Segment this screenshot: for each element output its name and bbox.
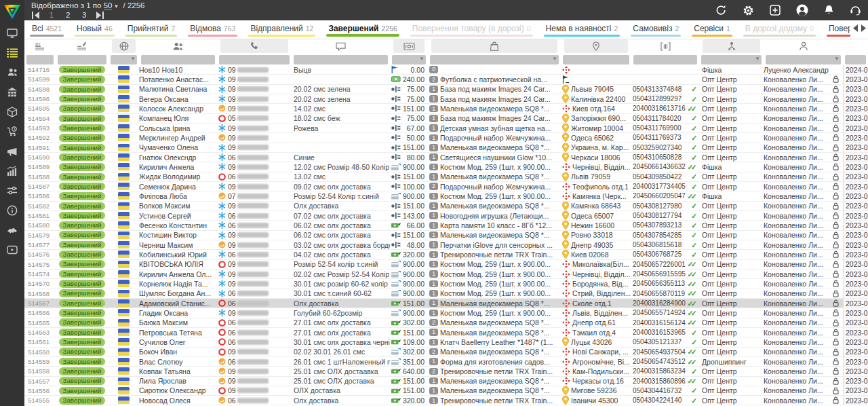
sidebar-item-purchases[interactable] [0,122,24,141]
bell-icon[interactable] [824,5,834,16]
column-header-mn[interactable] [390,39,428,54]
tab-povernennia-zavershenyi[interactable]: Повернення (завершений) 125 [821,20,850,39]
table-row[interactable]: 514563 Завершений Петровська Тетяна 06 2… [24,328,868,337]
table-row[interactable]: 514575 Завершений КВІТОВСЬКА ЮЛІЯ 09 Роз… [24,260,868,270]
table-row[interactable]: 514586 Завершений Філіпова Люба 07 Розмі… [24,191,868,201]
table-row[interactable]: 514598 Завершений Малютина Светлана 09 2… [24,85,868,94]
filter-input-ph[interactable] [219,55,290,64]
table-row[interactable]: 514556 Завершений Сиротюк Олександр 09 О… [24,386,868,396]
table-row[interactable]: 514576 Завершений Кобилинський Юрий 06 0… [24,250,868,259]
filter-input-tt[interactable] [633,55,697,64]
add-icon[interactable] [770,5,781,16]
last-page-icon[interactable] [96,12,104,19]
refresh-icon[interactable] [715,5,727,16]
table-row[interactable]: 514559 Завершений Влас Слотюу 06 26.01 с… [24,357,868,367]
table-row[interactable]: 514568 Завершений Шумляс Богдана Ан... 0… [24,289,868,299]
table-row[interactable]: 514560 Завершений Бокоч Иван 09 02.02 30… [24,348,868,357]
column-header-mg[interactable] [764,39,843,54]
table-row[interactable]: 514557 Завершений Лила Ярослав 09 25.01 … [24,377,868,386]
table-row[interactable]: 514566 Завершений Гладик Оксана 09 Голуб… [24,308,868,318]
table-row[interactable]: 514595 Завершений Колосок Александр 09 1… [24,104,868,113]
sidebar-item-products[interactable] [0,102,24,122]
column-header-sc[interactable] [699,39,764,54]
sidebar-item-marketing[interactable] [0,141,24,161]
table-row[interactable]: 514589 Завершений Кирилич Анжела 09 12.0… [24,162,868,172]
first-page-icon[interactable] [31,12,40,19]
table-row[interactable]: 514590 Завершений Гнатюк Олексндр 06 Син… [24,153,868,162]
column-header-st[interactable] [56,39,108,54]
table-row[interactable]: 514716 Завершений Нов10 Нов10 09 Выцв 0.… [24,65,868,75]
column-header-fl[interactable] [108,39,139,54]
filter-input-fl[interactable]: ▼ [111,55,137,64]
table-row[interactable]: 514570 Завершений Корнелюк Надія Та... 0… [24,279,868,289]
sidebar-item-clients[interactable] [0,62,24,82]
table-row[interactable]: 514567 Завершений Адамовский Станис... 0… [24,299,868,308]
per-page-select[interactable]: 50 [104,1,113,10]
page-number-2[interactable]: 2 [63,11,73,19]
column-header-id[interactable]: ID [24,39,56,54]
table-row[interactable]: 514587 Завершений Семенюк Дарина 09 09.0… [24,182,868,191]
filter-input-pr[interactable]: ▼ [430,55,559,64]
tab-vsi[interactable]: Всі 4521 [24,20,69,39]
column-header-dt[interactable] [843,39,868,54]
tab-zavershenyi[interactable]: Завершений 2256 [321,20,404,39]
column-header-nm[interactable] [139,39,217,54]
column-header-pr[interactable] [428,39,561,54]
filter-input-st[interactable] [58,55,106,64]
avatar-icon[interactable] [796,4,808,16]
tab-povernennia-tovaru-v-dorozi[interactable]: Повернення товару (в дорозі) 0 [405,20,538,39]
sidebar-item-settings[interactable] [0,181,24,200]
column-header-lc[interactable] [561,39,631,54]
table-row[interactable]: 514581 Завершений Устинов Сергей 06 07.0… [24,211,868,221]
table-row[interactable]: 514555 Завершений Новосад Олеся 06 Олх д… [24,396,868,405]
table-row[interactable]: 514588 Завершений Жидак Володимир 06 13.… [24,172,868,182]
tab-v-dorozi-dodomu[interactable]: В дорозі додому 0 [738,20,821,39]
tab-vidmova[interactable]: Відмова 763 [182,20,243,39]
table-row[interactable]: 514580 Завершений Фесенко Константин 06 … [24,221,868,230]
tab-novyi[interactable]: Новый 46 [69,20,120,39]
table-row[interactable]: 514582 Завершений Волков Максим 09 Олх д… [24,202,868,211]
column-header-tt[interactable] [631,39,699,54]
tab-scroll-right-icon[interactable] [861,24,867,32]
table-row[interactable]: 514591 Завершений Чумаченко Олена 09 151… [24,143,868,153]
table-row[interactable]: 514565 Завершений Баюка Максим 06 27.01 … [24,318,868,328]
table-row[interactable]: 514574 Завершений Кирилич Анжела Ол... 0… [24,270,868,279]
filter-input-cm[interactable] [294,55,388,64]
sidebar-item-company[interactable] [0,82,24,102]
table-row[interactable]: 514579 Завершений Костишин Виктор 09 06.… [24,231,868,240]
page-number-3[interactable]: 3 [79,11,89,19]
support-icon[interactable] [850,5,861,16]
sidebar-item-partners[interactable] [0,220,24,240]
tab-vidpravlenyi[interactable]: Відправлений 12 [243,20,321,39]
table-row[interactable]: 514593 Завершений Сольська Ірина 09 Роже… [24,124,868,133]
filter-input-sc[interactable]: ▼ [701,55,762,64]
tab-scroll-left-icon[interactable] [852,24,859,32]
column-header-cm[interactable] [292,39,390,54]
gear-icon[interactable] [743,5,754,16]
table-row[interactable]: 514594 Завершений Компанец Юля 05 18.02 … [24,114,868,124]
filter-input-dt[interactable] [845,55,866,64]
page-number-1[interactable]: 1 [47,11,56,19]
filter-input-mg[interactable]: ▼ [766,55,841,64]
tab-pryiniatyi[interactable]: Прийнятий 7 [120,20,183,39]
table-row[interactable]: 514558 Завершений Ковпак Татьяна 09 25.0… [24,367,868,376]
table-row[interactable]: 514592 Завершений Мерклингер Андрей 09 5… [24,133,868,143]
sidebar-item-tutorials[interactable] [0,240,24,259]
filter-input-mn[interactable]: ▼ [392,55,426,64]
delivery-city: Львів 79059 [571,172,610,181]
tab-samovyviz[interactable]: Самовивіз 2 [625,20,686,39]
sidebar-item-orders[interactable] [0,43,24,62]
filter-input-id[interactable] [26,55,54,64]
sidebar-item-info[interactable] [0,200,24,220]
tab-nema-v-naiavnosti[interactable]: Нема в наявності 2 [538,20,626,39]
table-row[interactable]: 514577 Завершений Черниш Максим 09 03.02… [24,240,868,250]
table-row[interactable]: 514561 Завершений Сучилов Олег 06 30.01 … [24,337,868,347]
table-row[interactable]: 514596 Завершений Вегера Оксана 09 20.02… [24,94,868,104]
filter-input-lc[interactable] [563,55,629,64]
table-row[interactable]: 514599 Завершений Потапенко Анастас... 0… [24,75,868,84]
filter-input-nm[interactable] [141,55,215,64]
sidebar-item-dashboard[interactable] [0,23,24,43]
tab-servisy[interactable]: Сервіси 1 [686,20,738,39]
column-header-ph[interactable] [217,39,292,54]
sidebar-item-statistics[interactable] [0,161,24,181]
